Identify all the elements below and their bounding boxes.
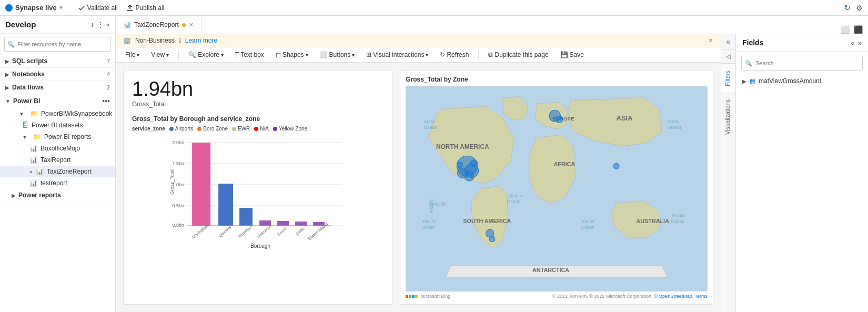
non-business-close-button[interactable]: ✕ — [708, 37, 713, 44]
workspace-label: PowerBIWkSynapsebook — [41, 110, 112, 117]
power-bi-reports-item[interactable]: ▼ 📁 Power BI reports — [0, 131, 115, 143]
power-bi-header[interactable]: ▼ Power BI ••• — [0, 94, 115, 108]
refresh-button[interactable]: ↻ Refresh — [436, 49, 473, 60]
svg-text:Queens: Queens — [218, 225, 232, 238]
notebooks-header[interactable]: ▶ Notebooks 4 — [0, 68, 115, 80]
save-button[interactable]: 💾 Save — [556, 49, 588, 60]
minimize-icon[interactable]: ⬜ — [841, 25, 850, 34]
svg-text:Arctic: Arctic — [668, 119, 679, 124]
view-menu-button[interactable]: View ▾ — [147, 49, 173, 60]
report-testreport[interactable]: 📊 testreport — [0, 177, 115, 189]
settings-icon[interactable]: ⚙ — [856, 4, 863, 12]
fields-header-icons: « » — [851, 39, 862, 47]
reports-label: Power BI reports — [44, 133, 91, 140]
data-flows-header[interactable]: ▶ Data flows 2 — [0, 81, 115, 94]
fields-title: Fields — [742, 38, 763, 47]
svg-text:Atlantic: Atlantic — [508, 193, 523, 198]
svg-point-47 — [457, 162, 463, 168]
workspace-item[interactable]: ▼ 📁 PowerBIWkSynapsebook — [0, 108, 115, 119]
svg-text:Pacific: Pacific — [672, 213, 686, 218]
svg-text:AFRICA: AFRICA — [554, 161, 576, 167]
duplicate-button[interactable]: ⧉ Duplicate this page — [484, 49, 552, 60]
tab-close-button[interactable]: ✕ — [189, 22, 194, 28]
visual-interactions-icon: ⊞ — [366, 51, 371, 58]
textbox-button[interactable]: T Text box — [231, 49, 268, 60]
publish-all-button[interactable]: Publish all — [126, 4, 165, 12]
svg-text:AUSTRALIA: AUSTRALIA — [637, 218, 670, 224]
buttons-chevron-icon: ▾ — [352, 52, 355, 58]
filters-tab-btn[interactable]: Filters — [721, 64, 735, 93]
power-bi-datasets-item[interactable]: 🗄 Power BI datasets — [0, 119, 115, 131]
tab-unsaved-dot — [182, 23, 186, 27]
shapes-icon: ◻ — [276, 51, 281, 58]
report-label-taxizone: TaxiZoneReport — [47, 168, 92, 175]
bar-manhattan — [192, 143, 210, 226]
buttons-button[interactable]: ⬜ Buttons ▾ — [316, 49, 359, 60]
sql-scripts-chevron: ▶ — [5, 58, 9, 64]
fields-search-icon: 🔍 — [745, 60, 752, 67]
fields-item-matview[interactable]: ▶ ▦ matViewGrossAmount — [736, 75, 868, 87]
report-icon-taxizone: 📊 — [36, 168, 44, 175]
report-taxireport[interactable]: 📊 TaxiReport — [0, 154, 115, 166]
non-business-label: Non-Business — [135, 37, 175, 44]
top-right-icons: ↻ ⚙ — [844, 3, 863, 13]
main-layout: Develop + ⋮ « 🔍 ▶ SQL scripts 7 ▶ — [0, 16, 868, 312]
filter-icon[interactable]: ⋮ — [97, 21, 104, 29]
fields-expand-icon[interactable]: « — [851, 39, 855, 47]
svg-text:Ocean: Ocean — [668, 125, 681, 130]
svg-point-52 — [489, 236, 495, 242]
visualizations-tab-btn[interactable]: Visualizations — [721, 93, 735, 141]
explore-button[interactable]: 🔍 Explore ▾ — [184, 49, 228, 60]
power-bi-menu[interactable]: ••• — [102, 97, 110, 105]
openstreetmap-link[interactable]: © OpenStreetMap — [654, 294, 692, 299]
notebooks-section: ▶ Notebooks 4 — [0, 68, 115, 81]
save-icon: 💾 — [560, 51, 568, 58]
add-icon[interactable]: + — [90, 21, 95, 29]
svg-text:Ocean: Ocean — [581, 225, 595, 230]
collapse-icon[interactable]: « — [106, 21, 110, 28]
top-bar-actions: Validate all Publish all — [78, 4, 165, 12]
taxizonereport-tab[interactable]: 📊 TaxiZoneReport ✕ — [116, 16, 201, 34]
svg-text:Ocean: Ocean — [422, 225, 436, 230]
learn-more-link[interactable]: Learn more — [185, 37, 217, 44]
content-area: 📊 TaxiZoneReport ✕ ⬜ ⬛ 🏢 Non-Business ℹ … — [116, 16, 868, 312]
textbox-icon: T — [235, 51, 239, 58]
refresh-circle-icon[interactable]: ↻ — [844, 3, 851, 13]
terms-link[interactable]: Terms — [695, 294, 708, 299]
svg-text:Gross_Total: Gross_Total — [169, 169, 175, 195]
fields-expand-right-icon[interactable]: » — [858, 39, 862, 47]
fields-header: Fields « » — [736, 34, 868, 52]
right-sidebar: « ◁ Filters Visualizations Fields « » — [721, 34, 868, 312]
side-panel-tabs: « ◁ Filters Visualizations — [721, 34, 736, 312]
bar-chart-svg: 2.0bn 1.5bn 1.0bn 0.5bn 0.0bn Gross_Tota… — [132, 135, 383, 250]
svg-text:0.0bn: 0.0bn — [173, 223, 185, 228]
shapes-button[interactable]: ◻ Shapes ▾ — [271, 49, 312, 60]
view-chevron-icon: ▾ — [166, 52, 169, 58]
stat-block: 1.94bn Gross_Total — [132, 79, 383, 108]
validate-all-button[interactable]: Validate all — [78, 4, 118, 12]
visual-interactions-button[interactable]: ⊞ Visual interactions ▾ — [362, 49, 432, 60]
fields-search-container: 🔍 — [741, 56, 863, 71]
maximize-icon[interactable]: ⬛ — [854, 25, 863, 34]
sidebar-search-input[interactable] — [4, 37, 111, 52]
fields-search-input[interactable] — [741, 56, 863, 71]
report-main: 🏢 Non-Business ℹ Learn more ✕ File ▾ Vie… — [116, 34, 721, 312]
report-taxizonereport[interactable]: ● 📊 TaxiZoneReport — [0, 166, 115, 177]
datasets-label: Power BI datasets — [32, 122, 83, 129]
side-panel-back[interactable]: ◁ — [721, 49, 735, 64]
svg-point-46 — [471, 160, 478, 167]
stat-value: 1.94bn — [132, 79, 383, 99]
report-boxofficemojo[interactable]: 📊 BoxofficeMojo — [0, 143, 115, 154]
file-menu-button[interactable]: File ▾ — [121, 49, 144, 60]
report-area: 🏢 Non-Business ℹ Learn more ✕ File ▾ Vie… — [116, 34, 868, 312]
power-reports-header[interactable]: ▶ Power reports — [0, 189, 115, 202]
map-container: NORTH AMERICA SOUTH AMERICA EUROPE AFRIC… — [406, 86, 708, 291]
toolbar-separator-2 — [478, 50, 479, 59]
duplicate-icon: ⧉ — [488, 51, 493, 58]
side-panel-expand-left[interactable]: « — [721, 34, 735, 49]
info-icon: ℹ — [179, 37, 181, 44]
sql-scripts-header[interactable]: ▶ SQL scripts 7 — [0, 55, 115, 67]
report-label-taxi: TaxiReport — [41, 156, 70, 164]
file-chevron-icon: ▾ — [137, 52, 139, 58]
bar-queens — [218, 184, 233, 226]
